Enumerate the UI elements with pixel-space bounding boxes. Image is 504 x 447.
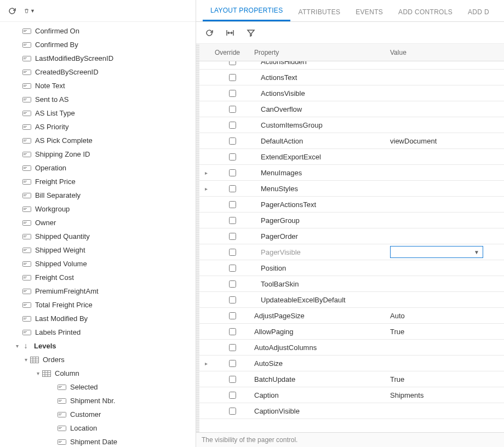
tree-field[interactable]: PremiumFreightAmt	[0, 284, 196, 298]
property-row[interactable]: PagerGroup	[199, 213, 504, 228]
property-row[interactable]: PagerActionsText	[199, 197, 504, 213]
tree-field[interactable]: Freight Cost	[0, 271, 196, 284]
property-row[interactable]: PagerOrder	[199, 228, 504, 244]
tree-field[interactable]: CreatedByScreenID	[0, 65, 196, 79]
override-checkbox[interactable]	[229, 106, 236, 113]
tree-field[interactable]: Sent to AS	[0, 93, 196, 106]
tree-view[interactable]: Confirmed OnConfirmed ByLastModifiedBySc…	[0, 22, 196, 447]
value-dropdown[interactable]: ▼	[390, 246, 483, 258]
tree-column-field[interactable]: Selected	[0, 380, 196, 394]
property-row[interactable]: ▸AutoSize	[199, 356, 504, 371]
tree-field[interactable]: Freight Price	[0, 175, 196, 188]
override-checkbox[interactable]	[229, 296, 236, 303]
override-checkbox[interactable]	[229, 360, 236, 367]
property-row[interactable]: ▸MenuStyles	[199, 181, 504, 197]
tree-field[interactable]: Note Text	[0, 79, 196, 93]
override-checkbox[interactable]	[229, 376, 236, 383]
override-checkbox[interactable]	[229, 312, 236, 319]
property-row[interactable]: ▸MenuImages	[199, 165, 504, 181]
tree-field[interactable]: Shipped Volume	[0, 257, 196, 271]
tree-field[interactable]: AS List Type	[0, 106, 196, 120]
tree-field[interactable]: Shipped Quantity	[0, 230, 196, 243]
override-checkbox[interactable]	[229, 122, 236, 129]
override-checkbox[interactable]	[229, 408, 236, 415]
property-row[interactable]: CanOverflow	[199, 101, 504, 117]
tree-field[interactable]: Owner	[0, 216, 196, 230]
tree-field[interactable]: Confirmed On	[0, 24, 196, 38]
override-checkbox[interactable]	[229, 61, 236, 65]
override-checkbox[interactable]	[229, 328, 236, 335]
tree-field[interactable]: Shipped Weight	[0, 243, 196, 257]
caret-down-icon[interactable]: ▾	[13, 340, 21, 352]
caret-down-icon[interactable]: ▾	[34, 368, 42, 379]
tree-column[interactable]: ▾Column	[0, 366, 196, 380]
property-row[interactable]: AdjustPageSizeAuto	[199, 308, 504, 324]
property-row[interactable]: Position	[199, 260, 504, 276]
caret-down-icon[interactable]: ▾	[22, 354, 30, 365]
grid-body[interactable]: ActionsHiddenActionsTextActionsVisibleCa…	[199, 61, 504, 432]
override-checkbox[interactable]	[229, 185, 236, 192]
delete-icon[interactable]: ▼	[24, 5, 35, 16]
override-checkbox[interactable]	[229, 344, 236, 351]
property-row[interactable]: ExtendExportExcel	[199, 149, 504, 165]
tab-add-controls[interactable]: ADD CONTROLS	[391, 3, 460, 21]
override-checkbox[interactable]	[229, 74, 236, 81]
filter-icon[interactable]	[245, 27, 256, 38]
override-checkbox[interactable]	[229, 217, 236, 224]
override-checkbox[interactable]	[229, 392, 236, 399]
tree-field[interactable]: AS Pick Complete	[0, 134, 196, 147]
refresh-icon[interactable]	[7, 5, 18, 16]
tree-field[interactable]: Confirmed By	[0, 38, 196, 51]
tab-layout-properties[interactable]: LAYOUT PROPERTIES	[203, 1, 290, 21]
expand-toggle[interactable]: ▸	[199, 170, 213, 176]
property-row[interactable]: PagerVisible▼	[199, 244, 504, 260]
property-row[interactable]: ToolBarSkin	[199, 276, 504, 292]
expand-toggle[interactable]: ▸	[199, 360, 213, 366]
tree-field[interactable]: Bill Separately	[0, 188, 196, 202]
property-row[interactable]: AutoAdjustColumns	[199, 340, 504, 356]
property-value[interactable]: Auto	[386, 312, 504, 320]
override-checkbox[interactable]	[229, 201, 236, 208]
property-row[interactable]: ActionsVisible	[199, 85, 504, 101]
tree-field[interactable]: Workgroup	[0, 202, 196, 216]
tree-field[interactable]: AS Priority	[0, 120, 196, 134]
tab-attributes[interactable]: ATTRIBUTES	[290, 3, 348, 21]
override-checkbox[interactable]	[229, 265, 236, 272]
property-row[interactable]: CustomItemsGroup	[199, 117, 504, 133]
property-row[interactable]: BatchUpdateTrue	[199, 371, 504, 387]
override-checkbox[interactable]	[229, 249, 236, 256]
property-row[interactable]: CaptionVisible	[199, 403, 504, 419]
tab-events[interactable]: EVENTS	[348, 3, 391, 21]
override-checkbox[interactable]	[229, 90, 236, 97]
refresh-grid-icon[interactable]	[204, 27, 215, 38]
property-value[interactable]: True	[386, 328, 504, 336]
tree-field[interactable]: Shipping Zone ID	[0, 147, 196, 161]
override-checkbox[interactable]	[229, 169, 236, 176]
tree-field[interactable]: LastModifiedByScreenID	[0, 51, 196, 65]
tree-field[interactable]: Labels Printed	[0, 325, 196, 339]
property-value[interactable]: viewDocument	[386, 137, 504, 145]
tree-field[interactable]: Total Freight Price	[0, 298, 196, 312]
property-row[interactable]: ActionsHidden	[199, 61, 504, 70]
property-row[interactable]: ActionsText	[199, 70, 504, 85]
property-value[interactable]: True	[386, 375, 504, 383]
tree-column-field[interactable]: Location	[0, 421, 196, 435]
tab-add-d[interactable]: ADD D	[460, 3, 497, 21]
expand-toggle[interactable]: ▸	[199, 186, 213, 192]
fit-width-icon[interactable]	[225, 27, 236, 38]
property-row[interactable]: AllowPagingTrue	[199, 324, 504, 340]
property-row[interactable]: CaptionShipments	[199, 387, 504, 403]
override-checkbox[interactable]	[229, 280, 236, 288]
tree-orders[interactable]: ▾Orders	[0, 353, 196, 366]
override-checkbox[interactable]	[229, 233, 236, 240]
override-checkbox[interactable]	[229, 137, 236, 145]
property-row[interactable]: UpdateableExcelByDefault	[199, 292, 504, 308]
tree-column-field[interactable]: Shipment Date	[0, 435, 196, 447]
property-row[interactable]: DefaultActionviewDocument	[199, 133, 504, 149]
property-value[interactable]: Shipments	[386, 391, 504, 399]
tree-column-field[interactable]: Shipment Nbr.	[0, 394, 196, 408]
tree-column-field[interactable]: Customer	[0, 408, 196, 421]
tree-field[interactable]: Operation	[0, 161, 196, 175]
tree-field[interactable]: Last Modified By	[0, 312, 196, 325]
override-checkbox[interactable]	[229, 153, 236, 161]
